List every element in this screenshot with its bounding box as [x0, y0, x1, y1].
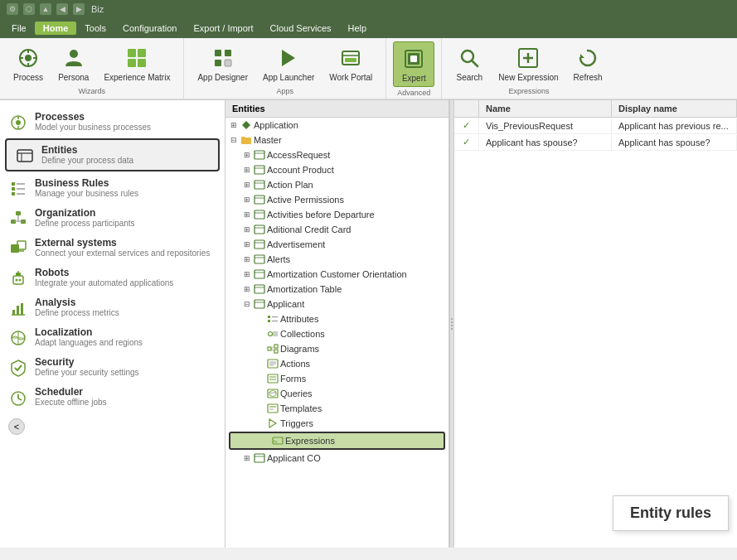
expand-queries[interactable]: [255, 389, 265, 398]
tree-node-master[interactable]: ⊟ Master: [225, 133, 449, 147]
svg-rect-56: [17, 306, 19, 315]
menu-home[interactable]: Home: [35, 22, 77, 35]
tree-node-amortizationtable[interactable]: ⊞ Amortization Table: [225, 282, 449, 297]
actions-icon: [267, 358, 279, 369]
svg-point-6: [70, 50, 78, 58]
menu-configuration[interactable]: Configuration: [114, 22, 185, 35]
app-designer-label: App Designer: [197, 73, 248, 82]
process-button[interactable]: Process: [7, 41, 50, 85]
expand-actionplan[interactable]: ⊞: [242, 180, 252, 190]
tree-node-triggers[interactable]: Triggers: [225, 416, 449, 431]
tree-node-actions[interactable]: Actions: [225, 356, 449, 371]
accessrequest-label: AccessRequest: [267, 150, 330, 160]
tree-node-forms[interactable]: Forms: [225, 371, 449, 386]
work-portal-button[interactable]: Work Portal: [322, 41, 379, 85]
tree-node-accountproduct[interactable]: ⊞ Account Product: [225, 162, 449, 177]
tree-node-activities[interactable]: ⊞ Activities before Departure: [225, 207, 449, 222]
tree-node-additionalcredit[interactable]: ⊞ Aditional Credit Card: [225, 222, 449, 237]
menu-file[interactable]: File: [3, 22, 35, 35]
expert-button[interactable]: Expert: [393, 41, 434, 87]
expand-expressions[interactable]: [260, 436, 270, 446]
grid-cell-display-1: Applicant has spouse?: [612, 135, 737, 150]
sidebar-item-localization[interactable]: Localization Adapt languages and regions: [0, 322, 225, 352]
tree-node-attributes[interactable]: Attributes: [225, 311, 449, 326]
expand-alerts[interactable]: ⊞: [242, 254, 252, 264]
expand-applicant[interactable]: ⊟: [242, 299, 252, 309]
expand-application[interactable]: ⊞: [229, 120, 239, 130]
persona-button[interactable]: Persona: [51, 41, 95, 85]
tree-node-templates[interactable]: Templates: [225, 401, 449, 416]
process-icon: [15, 45, 41, 71]
experience-matrix-icon: [124, 45, 150, 71]
tree-node-actionplan[interactable]: ⊞ Action Plan: [225, 177, 449, 192]
refresh-button[interactable]: Refresh: [567, 41, 609, 85]
sidebar-item-organization[interactable]: Organization Define process participants: [0, 203, 225, 233]
sidebar-item-analysis[interactable]: Analysis Define process metrics: [0, 292, 225, 322]
expand-attributes[interactable]: [255, 314, 265, 324]
app-launcher-button[interactable]: App Launcher: [256, 41, 321, 85]
scheduler-text: Scheduler Execute offline jobs: [35, 386, 107, 407]
collapse-left-button[interactable]: <: [8, 418, 25, 435]
expand-triggers[interactable]: [255, 418, 265, 428]
app-designer-button[interactable]: App Designer: [191, 41, 255, 85]
external-systems-text: External systems Connect your external s…: [35, 237, 210, 258]
sidebar-item-robots[interactable]: Robots Integrate your automated applicat…: [0, 263, 225, 292]
expand-activepermissions[interactable]: ⊞: [242, 195, 252, 205]
expand-applicantco[interactable]: ⊞: [242, 453, 252, 463]
expand-accessrequest[interactable]: ⊞: [242, 150, 252, 160]
expert-icon: [400, 46, 427, 72]
menu-help[interactable]: Help: [340, 22, 376, 35]
entity-accessrequest-icon: [254, 149, 265, 161]
grid-row-0[interactable]: ✓ Vis_PreviousRequest Applicant has prev…: [454, 118, 737, 134]
expand-collections[interactable]: [255, 329, 265, 339]
tree-node-activepermissions[interactable]: ⊞ Active Permissions: [225, 192, 449, 207]
expand-amortizationtable[interactable]: ⊞: [242, 284, 252, 294]
expand-amortizationcustomer[interactable]: ⊞: [242, 269, 252, 279]
expand-additionalcredit[interactable]: ⊞: [242, 224, 252, 234]
menu-tools[interactable]: Tools: [76, 22, 114, 35]
new-expression-button[interactable]: New Expression: [492, 41, 565, 85]
tree-node-application[interactable]: ⊞ Application: [225, 118, 449, 133]
tree-node-queries[interactable]: Queries: [225, 386, 449, 401]
search-button[interactable]: Search: [449, 41, 490, 85]
svg-rect-73: [255, 210, 264, 219]
sidebar-item-scheduler[interactable]: Scheduler Execute offline jobs: [0, 382, 225, 412]
experience-matrix-button[interactable]: Experience Matrix: [97, 41, 177, 85]
expand-accountproduct[interactable]: ⊞: [242, 165, 252, 175]
expand-advertisement[interactable]: ⊞: [242, 239, 252, 249]
sidebar-item-external-systems[interactable]: External systems Connect your external s…: [0, 233, 225, 263]
tree-node-applicantco[interactable]: ⊞ Applicant CO: [225, 451, 449, 466]
tree-node-accessrequest[interactable]: ⊞ AccessRequest: [225, 147, 449, 162]
tree-header: Entities: [225, 100, 449, 118]
svg-rect-65: [255, 151, 264, 159]
sidebar-item-business-rules[interactable]: Business Rules Manage your business rule…: [0, 173, 225, 203]
tree-node-diagrams[interactable]: Diagrams: [225, 341, 449, 356]
grid-header: Name Display name: [454, 100, 737, 118]
expand-forms[interactable]: [255, 374, 265, 384]
organization-icon: [8, 209, 28, 229]
sidebar-item-security[interactable]: Security Define your security settings: [0, 352, 225, 382]
tree-node-collections[interactable]: Collections: [225, 326, 449, 341]
analysis-title: Analysis: [35, 297, 119, 308]
expand-diagrams[interactable]: [255, 344, 265, 354]
entity-advertisement-icon: [254, 239, 265, 250]
grid-row-1[interactable]: ✓ Applicant has spouse? Applicant has sp…: [454, 134, 737, 151]
sidebar-item-processes[interactable]: Processes Model your business processes: [0, 107, 225, 137]
menu-cloud[interactable]: Cloud Services: [262, 22, 340, 35]
tree-node-amortizationcustomer[interactable]: ⊞ Amortization Customer Orientation: [225, 267, 449, 282]
expand-master[interactable]: ⊟: [229, 135, 239, 145]
activepermissions-label: Active Permissions: [267, 195, 344, 205]
sidebar-item-entities[interactable]: Entities Define your process data: [5, 138, 220, 171]
menu-export-import[interactable]: Export / Import: [185, 22, 261, 35]
tree-node-alerts[interactable]: ⊞ Alerts: [225, 252, 449, 267]
expressions-icon: fx: [272, 435, 284, 447]
tree-node-applicant[interactable]: ⊟ Applicant: [225, 297, 449, 311]
collections-icon: [267, 328, 279, 340]
main-area: Processes Model your business processes …: [0, 100, 737, 548]
entity-actionplan-icon: [254, 179, 265, 191]
expand-actions[interactable]: [255, 359, 265, 369]
tree-node-advertisement[interactable]: ⊞ Advertisement: [225, 237, 449, 252]
tree-node-expressions[interactable]: fx Expressions: [229, 432, 445, 450]
expand-activities[interactable]: ⊞: [242, 210, 252, 220]
expand-templates[interactable]: [255, 403, 265, 413]
